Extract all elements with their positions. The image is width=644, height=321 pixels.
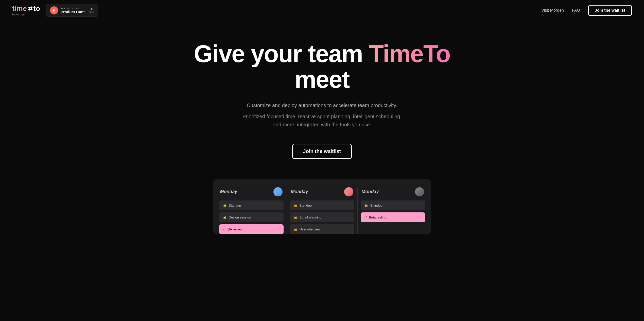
cal-event: 🔒Standup [361, 200, 425, 210]
cal-event-label: Standup [300, 204, 312, 207]
cal-events: 🔒Standup🔒Design session⇄QA review [219, 200, 284, 234]
cal-event: 🔒Sprint planning [290, 212, 354, 222]
logo-byline: by morgen [12, 13, 27, 16]
cal-event: 🔒User interview [290, 224, 354, 234]
join-waitlist-nav-button[interactable]: Join the waitlist [588, 5, 632, 16]
avatar [415, 187, 424, 196]
cal-event-label: QA review [228, 227, 242, 231]
headline-prefix: Give your team [194, 40, 369, 67]
hero-subtext-2: Prioritized focused time, reactive sprin… [241, 112, 403, 129]
avatar [273, 187, 283, 196]
product-hunt-icon: P [50, 6, 58, 14]
cal-event: 🔒Standup [219, 200, 284, 210]
calendar-preview: Monday🔒Standup🔒Design session⇄QA reviewM… [213, 179, 431, 234]
hero-section: Give your team TimeTo meet Customize and… [0, 21, 644, 249]
col-divider [287, 187, 287, 234]
timeto-icon: ⇄ [364, 215, 367, 219]
cal-event: ⇄Beta testing [361, 212, 425, 222]
cal-event: 🔒Design session [219, 212, 284, 222]
logo-time: time [12, 5, 27, 12]
cal-header: Monday [361, 187, 425, 196]
nav-right: Visit Morgen FAQ Join the waitlist [541, 5, 632, 16]
ph-name: Product Hunt [61, 10, 85, 14]
product-hunt-badge[interactable]: P FEATURED ON Product Hunt ▲ 592 [46, 4, 98, 17]
cal-day-label: Monday [220, 189, 237, 194]
ph-votes: ▲ 592 [89, 7, 94, 14]
calendar-column: Monday🔒Standup⇄Beta testing [361, 187, 425, 222]
cal-day-label: Monday [362, 189, 379, 194]
lock-icon: 🔒 [293, 204, 298, 207]
cal-event-label: User interview [300, 227, 320, 231]
join-waitlist-hero-button[interactable]: Join the waitlist [292, 144, 352, 159]
cal-event-label: Standup [229, 204, 241, 207]
cal-event: 🔒Standup [290, 200, 354, 210]
ph-featured-label: FEATURED ON [61, 7, 85, 10]
logo[interactable]: time ⇄ to by morgen [12, 5, 40, 16]
calendar-column: Monday🔒Standup🔒Sprint planning🔒User inte… [290, 187, 354, 234]
cal-event-label: Standup [370, 204, 382, 207]
col-divider [357, 187, 358, 234]
cal-event-label: Design session [229, 215, 251, 219]
lock-icon: 🔒 [223, 204, 227, 207]
cal-event-label: Beta testing [369, 215, 387, 219]
lock-icon: 🔒 [364, 204, 368, 207]
nav-left: time ⇄ to by morgen P FEATURED ON Produc… [12, 4, 98, 17]
navbar: time ⇄ to by morgen P FEATURED ON Produc… [0, 0, 644, 21]
logo-text: time ⇄ to [12, 5, 40, 12]
logo-to: to [33, 5, 40, 12]
product-hunt-text: FEATURED ON Product Hunt [61, 7, 85, 14]
cal-event: ⇄QA review [219, 224, 284, 234]
headline-accent: TimeTo [369, 40, 450, 67]
cal-header: Monday [290, 187, 354, 196]
hero-headline: Give your team TimeTo meet [194, 41, 450, 92]
ph-upvote-arrow-icon: ▲ [90, 7, 93, 10]
lock-icon: 🔒 [293, 227, 298, 231]
lock-icon: 🔒 [293, 215, 298, 219]
logo-arrows-icon: ⇄ [28, 6, 32, 11]
calendar-column: Monday🔒Standup🔒Design session⇄QA review [219, 187, 284, 234]
cal-events: 🔒Standup⇄Beta testing [361, 200, 425, 222]
cal-day-label: Monday [291, 189, 308, 194]
visit-morgen-link[interactable]: Visit Morgen [541, 8, 564, 13]
lock-icon: 🔒 [223, 215, 227, 219]
timeto-icon: ⇄ [223, 227, 225, 231]
cal-header: Monday [219, 187, 284, 196]
headline-suffix: meet [294, 66, 349, 93]
ph-vote-count: 592 [89, 10, 94, 14]
hero-subtext-1: Customize and deploy automations to acce… [247, 103, 397, 108]
faq-link[interactable]: FAQ [572, 8, 580, 13]
avatar [344, 187, 353, 196]
cal-event-label: Sprint planning [300, 215, 322, 219]
cal-events: 🔒Standup🔒Sprint planning🔒User interview [290, 200, 354, 234]
